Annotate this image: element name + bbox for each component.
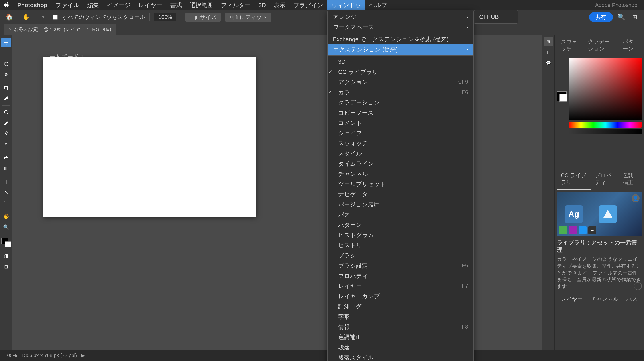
menu-clone-source[interactable]: コピーソース bbox=[328, 108, 474, 118]
menu-navigator[interactable]: ナビゲーター bbox=[328, 189, 474, 199]
menu-tool-presets[interactable]: ツールプリセット bbox=[328, 179, 474, 189]
tab-gradients[interactable]: グラデーション bbox=[584, 35, 618, 56]
search-button[interactable]: 🔍 bbox=[616, 12, 626, 22]
tab-properties[interactable]: プロパティ bbox=[591, 169, 619, 190]
menu-info[interactable]: 情報 F8 bbox=[328, 322, 474, 332]
tab-paths[interactable]: パス bbox=[622, 292, 642, 306]
crop-tool[interactable] bbox=[1, 83, 11, 93]
share-button[interactable]: 共有 bbox=[589, 12, 613, 22]
color-gradient-square[interactable] bbox=[569, 58, 642, 120]
menu-histogram[interactable]: ヒストグラム bbox=[328, 230, 474, 240]
menu-3d[interactable]: 3D bbox=[254, 0, 270, 10]
menu-exchange[interactable]: Exchange でエクステンションを検索 (従来)... bbox=[328, 34, 474, 44]
tab-patterns[interactable]: パターン bbox=[619, 35, 642, 56]
eyedropper-tool[interactable] bbox=[1, 94, 11, 104]
menu-view[interactable]: 表示 bbox=[270, 0, 290, 10]
menu-help[interactable]: ヘルプ bbox=[365, 0, 391, 10]
menu-extensions[interactable]: エクステンション (従来) › bbox=[328, 44, 474, 54]
tab-close[interactable]: × bbox=[9, 27, 12, 32]
type-tool[interactable]: T bbox=[1, 177, 11, 187]
comments-icon[interactable]: 💬 bbox=[544, 58, 553, 68]
menu-type[interactable]: 書式 bbox=[166, 0, 186, 10]
layers-icon[interactable]: ⊞ bbox=[544, 37, 553, 46]
home-button[interactable]: 🏠 bbox=[4, 13, 14, 22]
menu-timeline[interactable]: タイムライン bbox=[328, 158, 474, 169]
menu-arrange[interactable]: アレンジ › bbox=[328, 12, 474, 22]
fit-screen-button[interactable]: 画面にフィット bbox=[225, 13, 272, 22]
cihub-item[interactable]: CI HUB bbox=[474, 12, 518, 22]
stamp-tool[interactable] bbox=[1, 128, 11, 138]
menu-actions[interactable]: アクション ⌥F9 bbox=[328, 77, 474, 87]
status-arrow[interactable]: ▶ bbox=[81, 352, 85, 358]
menu-patterns[interactable]: パターン bbox=[328, 220, 474, 230]
menu-swatches[interactable]: スウォッチ bbox=[328, 138, 474, 148]
menu-select[interactable]: 選択範囲 bbox=[186, 0, 217, 10]
shape-tool[interactable] bbox=[1, 198, 11, 208]
menu-paragraph[interactable]: 段落 bbox=[328, 342, 474, 352]
document-tab[interactable]: × 名称未設定 1 @ 100% (レイヤー 1, RGB/8#) bbox=[4, 24, 116, 35]
menu-paragraph-styles[interactable]: 段落スタイル bbox=[328, 352, 474, 361]
hand-tool[interactable]: 🖐 bbox=[1, 212, 11, 222]
menu-plugins[interactable]: プラグイン bbox=[290, 0, 327, 10]
menu-gradient[interactable]: グラデーション bbox=[328, 97, 474, 108]
menu-photoshop[interactable]: Photoshop bbox=[13, 0, 52, 10]
quick-select-tool[interactable]: ⊕ bbox=[1, 70, 11, 80]
menu-image[interactable]: イメージ bbox=[103, 0, 134, 10]
marquee-tool[interactable] bbox=[1, 48, 11, 58]
menu-paths[interactable]: パス bbox=[328, 210, 474, 220]
hand-cursor-button[interactable]: ✋ bbox=[19, 13, 34, 22]
menu-measurement-log[interactable]: 計測ログ bbox=[328, 301, 474, 312]
color-swatches[interactable] bbox=[1, 238, 11, 248]
hue-slider[interactable] bbox=[569, 122, 642, 128]
tab-channels[interactable]: チャンネル bbox=[587, 292, 622, 306]
cursor-dropdown[interactable]: ▾ bbox=[38, 13, 48, 22]
menu-history[interactable]: ヒストリー bbox=[328, 240, 474, 250]
eraser-tool[interactable] bbox=[1, 153, 11, 162]
menu-version-history[interactable]: バージョン履歴 bbox=[328, 199, 474, 210]
apple-logo[interactable] bbox=[0, 2, 13, 8]
menu-workspace[interactable]: ワークスペース › bbox=[328, 22, 474, 32]
alpha-slider[interactable] bbox=[569, 129, 642, 134]
menu-properties[interactable]: プロパティ bbox=[328, 271, 474, 281]
artboard-canvas[interactable] bbox=[44, 57, 256, 217]
menu-adjustments[interactable]: 色調補正 bbox=[328, 332, 474, 342]
menu-brush[interactable]: ブラシ bbox=[328, 250, 474, 260]
zoom-tool[interactable]: 🔍 bbox=[1, 222, 11, 232]
menu-channels[interactable]: チャンネル bbox=[328, 169, 474, 179]
screen-mode-tool[interactable]: ⊡ bbox=[1, 262, 11, 272]
move-tool[interactable] bbox=[1, 38, 11, 48]
tab-layers[interactable]: レイヤー bbox=[557, 292, 587, 306]
channels-icon[interactable]: ◧ bbox=[544, 48, 553, 57]
menu-glyphs[interactable]: 字形 bbox=[328, 312, 474, 322]
history-brush-tool[interactable]: ↺ bbox=[1, 139, 11, 149]
path-selection-tool[interactable]: ↖ bbox=[1, 188, 11, 197]
panels-button[interactable]: ⊞ bbox=[630, 12, 640, 22]
brush-tool[interactable] bbox=[1, 118, 11, 128]
menu-layers[interactable]: レイヤー F7 bbox=[328, 281, 474, 291]
tab-color-adjustment[interactable]: 色調補正 bbox=[619, 169, 642, 190]
menu-comments[interactable]: コメント bbox=[328, 118, 474, 128]
menu-filter[interactable]: フィルター bbox=[217, 0, 254, 10]
gradient-tool[interactable] bbox=[1, 164, 11, 173]
menu-item-3d[interactable]: 3D bbox=[328, 56, 474, 67]
zoom-input[interactable] bbox=[154, 13, 176, 21]
tab-cc-library[interactable]: CC ライブラリ bbox=[557, 169, 591, 190]
lasso-tool[interactable] bbox=[1, 59, 11, 69]
menu-file[interactable]: ファイル bbox=[52, 0, 84, 10]
foreground-swatch[interactable] bbox=[557, 91, 566, 101]
menu-color[interactable]: ✓ カラー F6 bbox=[328, 87, 474, 97]
canvas-size-button[interactable]: 画面サイズ bbox=[186, 13, 221, 22]
menu-window[interactable]: ウィンドウ bbox=[327, 0, 365, 10]
menu-edit[interactable]: 編集 bbox=[84, 0, 103, 10]
menu-shapes[interactable]: シェイプ bbox=[328, 128, 474, 138]
add-library-button[interactable]: + bbox=[634, 282, 642, 290]
menu-styles[interactable]: スタイル bbox=[328, 148, 474, 158]
scroll-all-windows[interactable] bbox=[53, 15, 58, 20]
menu-cc-library[interactable]: ✓ CC ライブラリ bbox=[328, 67, 474, 77]
quick-mask-tool[interactable] bbox=[1, 251, 11, 261]
menu-layer-comps[interactable]: レイヤーカンプ bbox=[328, 291, 474, 301]
menu-brush-settings[interactable]: ブラシ設定 F5 bbox=[328, 260, 474, 271]
background-color[interactable] bbox=[5, 241, 11, 248]
menu-layer[interactable]: レイヤー bbox=[134, 0, 166, 10]
tab-swatches[interactable]: スウォッチ bbox=[557, 35, 584, 56]
